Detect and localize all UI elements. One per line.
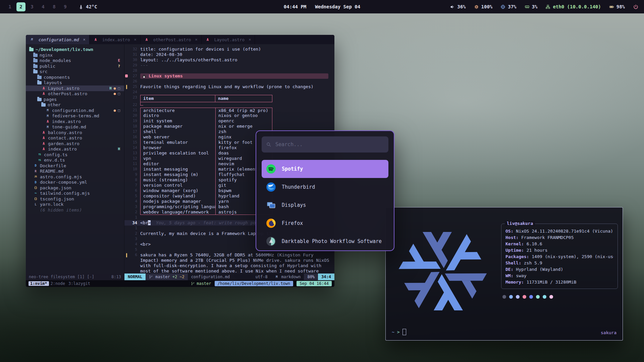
tab-close-icon[interactable]: × (134, 37, 136, 42)
tree-root[interactable]: ~/Development/liv.town (26, 47, 124, 52)
launcher-item-label: Firefox (282, 220, 303, 226)
git-change-sign (126, 85, 127, 89)
app-launcher[interactable]: SpotifyThunderbirdDisplaysFirefoxDarktab… (256, 130, 394, 251)
status-badge: □ (118, 86, 120, 90)
tmux-window-2:node[interactable]: 2:node (49, 281, 67, 286)
tmux-window-3:lazygit[interactable]: 3:lazygit (67, 281, 92, 286)
tab-otherPost.astro[interactable]: AotherPost.astro× (141, 35, 202, 44)
tab-label: configuration.md (39, 37, 79, 42)
editor-line: 22 (124, 102, 334, 108)
tree-item[interactable]: pages (26, 97, 124, 102)
workspace-button-8[interactable]: 8 (50, 2, 59, 11)
tree-item[interactable]: TSenv.d.ts (26, 158, 124, 163)
workspace-button-4[interactable]: 4 (39, 2, 48, 11)
launcher-item[interactable]: Displays (262, 196, 388, 214)
tree-item-label: package.json (40, 185, 71, 190)
launcher-search[interactable] (262, 136, 388, 153)
table-header-cell: item (140, 95, 215, 102)
status-badge: □ (118, 108, 120, 113)
tree-item[interactable]: RREADME.md (26, 169, 124, 174)
launcher-item[interactable]: Thunderbird (262, 178, 388, 196)
tree-item[interactable]: Mfediverse-terms.md (26, 113, 124, 119)
workspace-button-2[interactable]: 2 (16, 2, 25, 11)
git-status-badges: H (118, 147, 120, 151)
info-value: Hyprland (Wayland) (516, 267, 563, 272)
table-cell: window manager (xorg) (140, 188, 215, 193)
tree-item[interactable]: other (26, 102, 124, 108)
tree-item[interactable]: {}tsconfig.json (26, 196, 124, 202)
launcher-item[interactable]: Firefox (262, 214, 388, 232)
tree-item[interactable]: DDockerfile (26, 163, 124, 169)
markdown-filetype-icon: M (274, 275, 279, 279)
workspace-button-3[interactable]: 3 (28, 2, 37, 11)
tree-item-label: src (40, 69, 47, 74)
readme-file-icon: R (33, 169, 38, 174)
tree-item[interactable]: JSastro.config.mjs (26, 174, 124, 180)
line-number: 20 (128, 113, 140, 118)
tab-close-icon[interactable]: × (195, 37, 198, 42)
fastfetch-title: liv@sakura (505, 221, 535, 226)
tree-item-label: fediverse-terms.md (52, 113, 99, 118)
tree-item[interactable]: Ddocker-compose.yml (26, 180, 124, 185)
table-cell: browser (140, 145, 215, 150)
battery-value: 98% (616, 4, 625, 9)
workspace-button-1[interactable]: 1 (5, 2, 14, 11)
tree-item[interactable]: node_modulesE (26, 58, 124, 64)
line-number: 3 (128, 204, 140, 209)
astro-file-icon: A (41, 136, 46, 140)
search-input[interactable] (275, 141, 384, 148)
line-number: 28 (128, 68, 140, 73)
table-cell: terminal emulator (140, 140, 215, 145)
line-number: 11 (128, 161, 140, 167)
line-text: sakura has a Ryzen 5 7640U, 32GB of DDR5… (140, 252, 334, 274)
tree-item[interactable]: src (26, 69, 124, 75)
tab-configuration.md[interactable]: Mconfiguration.md× (26, 35, 90, 44)
table-cell: vpn (140, 156, 215, 161)
tree-item[interactable]: Abalcony.astro (26, 130, 124, 135)
terminal-window[interactable]: liv@sakura OS: NixOS 24.11.20240828.71e9… (385, 207, 623, 341)
line-number: 22 (128, 102, 140, 108)
tmux-clock: Sep 04 16:44 (297, 281, 332, 286)
tab-index.astro[interactable]: Aindex.astro× (90, 35, 141, 44)
launcher-item-list: SpotifyThunderbirdDisplaysFirefoxDarktab… (262, 160, 388, 250)
tree-item[interactable]: {}package.json (26, 185, 124, 191)
tree-item[interactable]: Acontact.astro (26, 135, 124, 141)
launcher-item[interactable]: Spotify (262, 160, 388, 178)
line-number: 4 (128, 199, 140, 204)
launcher-item[interactable]: Darktable Photo Workflow Software (262, 232, 388, 250)
workspace-button-9[interactable]: 9 (61, 2, 70, 11)
displays-icon (266, 200, 276, 210)
tree-item[interactable]: Aindex.astroH (26, 146, 124, 152)
tree-item[interactable]: public? (26, 63, 124, 69)
module-volume: 36% (450, 4, 466, 9)
info-value: zsh 5.9 (524, 260, 542, 265)
astro-file-icon: A (41, 92, 46, 96)
power-button[interactable] (633, 4, 639, 10)
tab-close-icon[interactable]: × (249, 37, 251, 42)
folder-icon (33, 59, 38, 62)
tree-item[interactable]: Agarden.astro (26, 141, 124, 146)
line-number: 14 (128, 145, 140, 150)
tree-item[interactable]: Lyarn.lock (26, 202, 124, 207)
tree-item[interactable]: TSconfig.ts (26, 152, 124, 158)
status-badge: H (109, 86, 112, 90)
tree-item[interactable]: components (26, 74, 124, 80)
tmux-window-1:nvim*[interactable]: 1:nvim* (29, 281, 49, 286)
launcher-item-label: Thunderbird (282, 184, 315, 190)
tree-item[interactable]: AotherPost.astro●□ (26, 91, 124, 97)
tree-item[interactable]: ~tailwind.config.mjs (26, 191, 124, 196)
tab-close-icon[interactable]: × (83, 37, 85, 42)
tree-item[interactable]: ALayout.astroH●□ (26, 85, 124, 91)
thermometer-icon (78, 4, 84, 9)
tree-item[interactable]: Mtone-guide.md (26, 124, 124, 130)
tree-item[interactable]: nginx (26, 52, 124, 58)
palette-dot (509, 295, 513, 299)
table-cell: privilege escalation tool (140, 150, 215, 156)
table-cell: programming/scripting language (140, 204, 215, 209)
tree-item[interactable]: Mconfiguration.md●□ (26, 108, 124, 113)
tree-item[interactable]: layouts (26, 80, 124, 86)
tree-item[interactable]: (6 hidden items) (26, 207, 124, 213)
line-text (140, 102, 334, 106)
tree-item[interactable]: Aindex.astro (26, 119, 124, 124)
tab-Layout.astro[interactable]: ALayout.astro× (202, 35, 255, 44)
